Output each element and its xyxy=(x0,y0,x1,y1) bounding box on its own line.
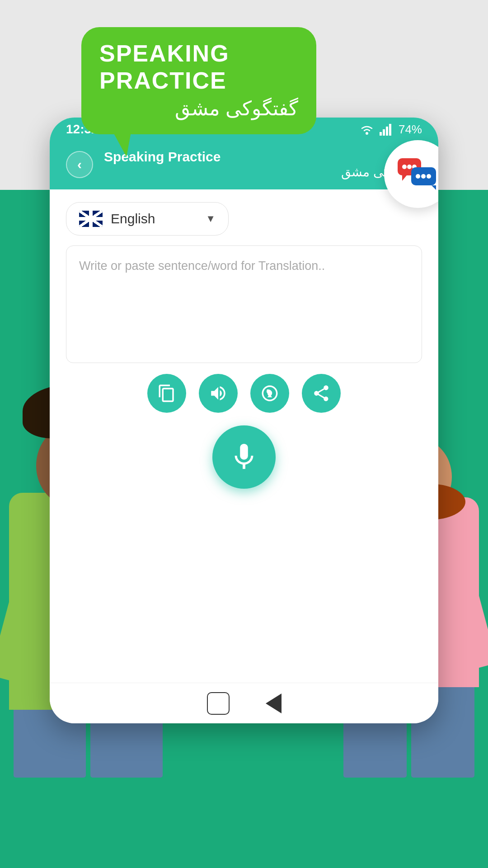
svg-rect-14 xyxy=(389,124,391,136)
svg-marker-4 xyxy=(402,175,407,181)
dropdown-arrow-icon: ▼ xyxy=(206,213,216,225)
speaker-icon xyxy=(209,384,228,403)
svg-point-1 xyxy=(402,165,407,169)
share-icon xyxy=(312,384,331,403)
speech-bubble: SPEAKING PRACTICE گفتگوکی مشق xyxy=(81,27,316,134)
back-arrow-icon: ‹ xyxy=(77,157,82,172)
speaker-button[interactable] xyxy=(199,374,238,413)
svg-rect-11 xyxy=(380,132,382,136)
nav-home-button[interactable] xyxy=(207,692,230,715)
language-dropdown[interactable]: English ▼ xyxy=(66,202,229,236)
mic-button-container xyxy=(50,425,438,489)
back-button[interactable]: ‹ xyxy=(66,151,93,178)
header-text: Speaking Practice گفتگو کی مشق xyxy=(104,149,422,179)
app-header: ‹ Speaking Practice گفتگو کی مشق xyxy=(50,141,438,189)
status-icons: 74% xyxy=(359,123,422,137)
share-button[interactable] xyxy=(302,374,341,413)
translate-icon xyxy=(260,384,279,403)
svg-rect-12 xyxy=(383,129,385,136)
svg-rect-13 xyxy=(386,127,388,136)
svg-point-7 xyxy=(421,174,426,179)
bubble-subtitle: گفتگوکی مشق xyxy=(99,97,298,120)
nav-back-button[interactable] xyxy=(266,693,282,713)
header-title-english: Speaking Practice xyxy=(104,149,422,165)
svg-point-6 xyxy=(416,174,420,179)
text-input-area[interactable]: Write or paste sentence/word for Transla… xyxy=(66,245,422,363)
wifi-icon xyxy=(359,123,375,136)
phone-nav-bar xyxy=(50,683,438,723)
header-title-urdu: گفتگو کی مشق xyxy=(104,165,422,179)
action-buttons-row xyxy=(66,374,422,413)
language-name: English xyxy=(111,211,197,226)
text-placeholder: Write or paste sentence/word for Transla… xyxy=(79,257,409,275)
battery-display: 74% xyxy=(399,123,422,137)
uk-flag-icon xyxy=(79,211,103,227)
signal-icon xyxy=(380,123,394,136)
chat-bubbles-icon xyxy=(395,156,438,192)
translate-button[interactable] xyxy=(250,374,289,413)
copy-icon xyxy=(157,384,176,403)
copy-button[interactable] xyxy=(147,374,186,413)
svg-marker-9 xyxy=(432,185,436,190)
microphone-icon xyxy=(228,441,260,473)
bubble-title: SPEAKING PRACTICE xyxy=(99,40,298,94)
phone-mockup: 12:32 74% ‹ Speaking Pract xyxy=(50,118,438,723)
language-selector: English ▼ xyxy=(66,202,422,236)
mic-button[interactable] xyxy=(212,425,276,489)
svg-point-10 xyxy=(366,132,368,135)
svg-point-8 xyxy=(427,174,431,179)
svg-point-2 xyxy=(407,165,412,169)
